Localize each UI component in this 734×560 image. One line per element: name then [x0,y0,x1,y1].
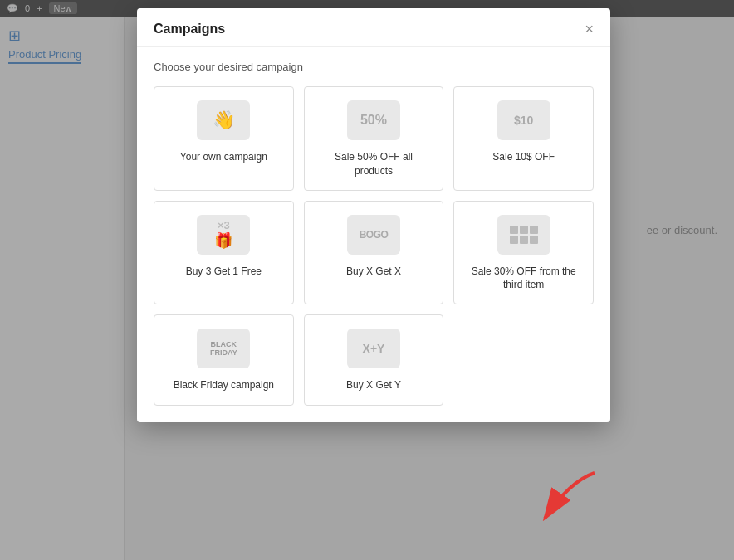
xy-icon: X+Y [363,342,385,355]
modal-body: Choose your desired campaign 👋 Your own … [137,47,610,422]
campaign-card-sale30[interactable]: Sale 30% OFF from the third item [453,201,594,305]
campaign-card-buy3[interactable]: ×3 🎁 Buy 3 Get 1 Free [154,201,294,305]
campaign-grid-row2: ×3 🎁 Buy 3 Get 1 Free BOGO Buy X Get X [154,201,594,305]
campaign-label-own: Your own campaign [180,150,267,164]
campaign-card-sale50[interactable]: 50% Sale 50% OFF all products [304,86,444,191]
campaign-icon-buy3: ×3 🎁 [197,215,250,255]
campaigns-modal: Campaigns × Choose your desired campaign… [137,8,610,422]
campaign-label-sale10: Sale 10$ OFF [492,150,555,164]
campaign-icon-sale30 [497,215,550,255]
x3-label: ×3 [218,219,230,231]
modal-header: Campaigns × [137,8,610,47]
campaign-card-bogo[interactable]: BOGO Buy X Get X [304,201,444,305]
modal-title: Campaigns [154,22,225,37]
campaign-label-sale30: Sale 30% OFF from the third item [464,265,583,293]
campaign-icon-sale50: 50% [347,100,400,140]
campaign-card-buyxgety[interactable]: X+Y Buy X Get Y [304,314,444,406]
campaign-grid-row3: BLACK FRIDAY Black Friday campaign X+Y B… [154,314,594,406]
campaign-label-blackfriday: Black Friday campaign [174,378,274,392]
campaign-icon-sale10: $10 [497,100,550,140]
campaign-icon-bogo: BOGO [347,215,400,255]
campaign-card-blackfriday[interactable]: BLACK FRIDAY Black Friday campaign [154,314,294,406]
dollar-icon: $10 [514,114,533,127]
percent-icon: 50% [360,113,387,128]
campaign-label-sale50: Sale 50% OFF all products [315,150,433,178]
bogo-icon: BOGO [360,229,389,241]
campaign-card-own[interactable]: 👋 Your own campaign [154,86,294,191]
campaign-label-bogo: Buy X Get X [346,265,401,279]
gift-icon-wrap: ×3 🎁 [214,219,232,250]
close-button[interactable]: × [585,22,594,37]
campaign-icon-blackfriday: BLACK FRIDAY [197,329,250,368]
campaign-label-buy3: Buy 3 Get 1 Free [186,265,262,279]
black-friday-icon: BLACK FRIDAY [210,340,237,358]
campaign-label-buyxgety: Buy X Get Y [346,378,401,392]
campaign-icon-buyxgety: X+Y [347,329,400,368]
grid-icon [510,226,538,244]
campaign-grid-row1: 👋 Your own campaign 50% Sale 50% OFF all… [154,86,594,191]
hand-icon: 👋 [213,110,235,131]
gift-icon: 🎁 [214,231,232,250]
campaign-card-sale10[interactable]: $10 Sale 10$ OFF [453,86,594,191]
campaign-icon-own: 👋 [197,100,250,140]
modal-subtitle: Choose your desired campaign [154,61,594,73]
